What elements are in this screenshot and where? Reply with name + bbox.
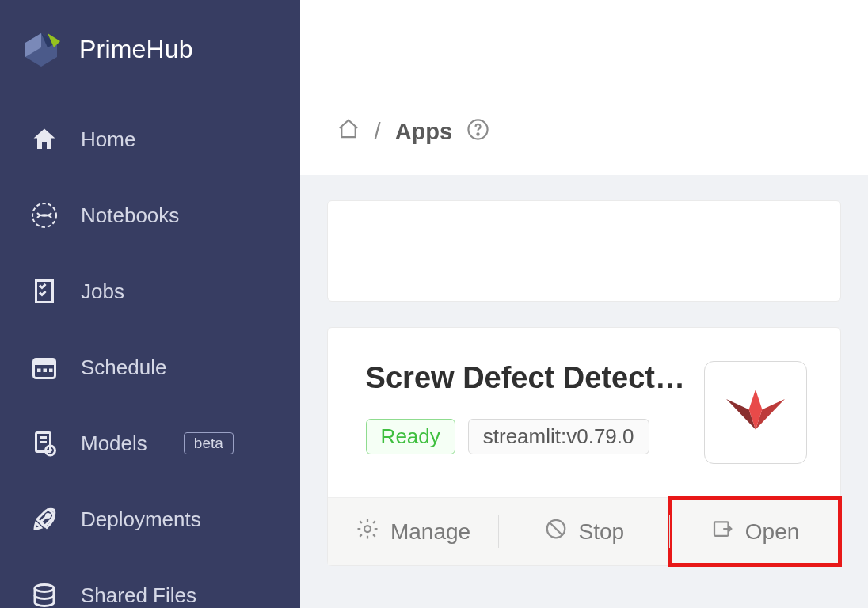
svg-point-12: [46, 514, 49, 517]
sidebar-item-label: Home: [81, 127, 135, 152]
breadcrumb: / Apps: [300, 92, 868, 175]
toolbar-card: [327, 200, 841, 302]
sidebar-item-home[interactable]: Home: [0, 101, 300, 177]
open-button[interactable]: Open: [669, 498, 840, 565]
app-title[interactable]: Screw Defect Detect…: [366, 361, 685, 395]
sidebar-item-shared-files[interactable]: Shared Files: [0, 557, 300, 608]
status-badge: Ready: [366, 419, 455, 454]
stop-label: Stop: [579, 519, 625, 545]
open-label: Open: [745, 519, 800, 545]
sidebar-item-label: Models: [81, 431, 147, 456]
sidebar-item-jobs[interactable]: Jobs: [0, 253, 300, 329]
sidebar-item-label: Jobs: [81, 279, 124, 304]
sidebar: PrimeHub Home Notebooks Jobs: [0, 0, 300, 608]
breadcrumb-home-icon[interactable]: [337, 117, 360, 146]
sidebar-nav: Home Notebooks Jobs Schedule: [0, 101, 300, 608]
app-card: Screw Defect Detect… Ready streamlit:v0.…: [327, 327, 841, 566]
sidebar-item-deployments[interactable]: Deployments: [0, 481, 300, 557]
svg-rect-9: [49, 369, 53, 373]
manage-button[interactable]: Manage: [328, 498, 499, 565]
runtime-badge: streamlit:v0.79.0: [468, 419, 649, 454]
sidebar-item-label: Shared Files: [81, 583, 196, 608]
svg-point-19: [364, 526, 371, 532]
topbar: [300, 0, 868, 92]
sidebar-item-label: Notebooks: [81, 203, 179, 228]
svg-line-21: [550, 523, 562, 535]
sidebar-item-schedule[interactable]: Schedule: [0, 329, 300, 405]
gear-icon: [356, 517, 379, 546]
sidebar-item-models[interactable]: Models beta: [0, 405, 300, 481]
svg-point-15: [478, 133, 479, 135]
rocket-icon: [30, 505, 59, 534]
content: Screw Defect Detect… Ready streamlit:v0.…: [300, 175, 868, 566]
app-thumbnail: [704, 361, 807, 464]
tasks-icon: [30, 277, 59, 306]
svg-point-13: [35, 585, 54, 592]
stop-button[interactable]: Stop: [498, 498, 669, 565]
sidebar-item-label: Deployments: [81, 507, 201, 532]
manage-label: Manage: [390, 519, 470, 545]
brand: PrimeHub: [0, 14, 300, 101]
help-icon[interactable]: [466, 118, 489, 146]
app-info: Screw Defect Detect… Ready streamlit:v0.…: [366, 361, 685, 454]
app-action-bar: Manage Stop Open: [328, 497, 840, 565]
document-check-icon: [30, 429, 59, 458]
beta-badge: beta: [184, 432, 234, 454]
calendar-icon: [30, 353, 59, 382]
stop-icon: [544, 517, 568, 546]
streamlit-icon: [722, 378, 789, 447]
open-external-icon: [710, 517, 734, 546]
database-icon: [30, 581, 59, 608]
breadcrumb-current: Apps: [395, 119, 453, 145]
home-icon: [30, 125, 59, 154]
svg-rect-8: [44, 369, 48, 373]
brand-name: PrimeHub: [79, 35, 193, 64]
breadcrumb-separator: /: [375, 119, 381, 145]
primehub-logo-icon: [17, 24, 65, 74]
sidebar-item-notebooks[interactable]: Notebooks: [0, 177, 300, 253]
svg-rect-6: [34, 359, 55, 366]
app-tags: Ready streamlit:v0.79.0: [366, 419, 685, 454]
sidebar-item-label: Schedule: [81, 355, 166, 380]
main: / Apps Screw Defect Detect… Ready stream…: [300, 0, 868, 608]
jupyter-icon: [30, 201, 59, 230]
app-card-body: Screw Defect Detect… Ready streamlit:v0.…: [328, 328, 840, 497]
svg-rect-7: [37, 369, 41, 373]
